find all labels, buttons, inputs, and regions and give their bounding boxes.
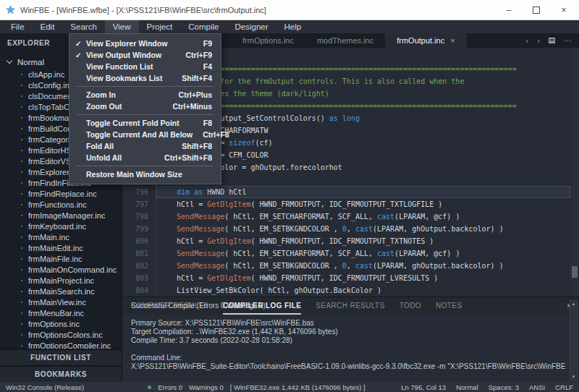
code-line-802[interactable]: 802 SendMessage( hCtl, EM_SETBKGNDCOLOR … [122,260,570,272]
file-item-frmimagemanager-inc[interactable]: frmImageManager.inc [0,210,122,221]
status-encoding[interactable]: ANSI [529,383,545,391]
sidebar-panel-bars: FUNCTION LIST BOOKMARKS [0,349,122,382]
menu-designer[interactable]: Designer [227,20,276,33]
menu-view[interactable]: View [105,20,139,33]
menu-item-shortcut: Ctrl+Shift+F8 [164,153,212,162]
code-line-803[interactable]: 803 hCtl = GetDlgItem( HWND_FRMOUTPUT, I… [122,272,570,284]
menu-item-shortcut: F8 [203,119,212,127]
status-spaces[interactable]: Spaces: 3 [489,383,519,391]
menu-item-label: View Function List [86,62,193,71]
menu-edit[interactable]: Edit [33,20,63,33]
tab-scroll-left-icon[interactable]: ‹ [526,36,529,45]
menu-item-view-bookmarks-list[interactable]: View Bookmarks ListShift+F4 [69,72,221,84]
code-line-799[interactable]: 799 SendMessage( hCtl, EM_SETBKGNDCOLOR … [122,223,570,235]
menu-compile[interactable]: Compile [180,20,227,33]
maximize-button[interactable] [531,5,541,15]
log-line: Successful Compile (Errors 0 Warnings 0) [131,302,566,310]
checkmark-icon: ✓ [75,51,86,59]
code-text: SendMessage( hCtl, EM_SETCHARFORMAT, SCF… [156,210,570,223]
code-line-797[interactable]: 797 hCtl = GetDlgItem( HWND_FRMOUTPUT, I… [122,198,570,210]
file-item-frmmain-inc[interactable]: frmMain.inc [0,231,122,242]
status-line-ending[interactable]: CRLF [555,383,573,391]
file-item-frmmainsearch-inc[interactable]: frmMainSearch.inc [0,286,122,297]
menu-item-zoom-out[interactable]: Zoom OutCtrl+Minus [69,101,221,112]
file-bullet-icon [21,291,22,292]
file-item-frmmainproject-inc[interactable]: frmMainProject.inc [0,275,122,286]
status-compile-info: Errors 0 Warnings 0 [ WinFBE32.exe 1,442… [148,383,365,391]
log-line: Command Line: [131,354,566,362]
editor-scrollbar-thumb[interactable] [572,266,578,278]
file-bullet-icon [21,323,22,325]
file-name: frmMainProject.inc [28,276,94,285]
tab-frmoutput-inc[interactable]: frmOutput.inc× [385,33,466,48]
file-name: frmMenuBar.inc [28,309,84,318]
menu-item-shortcut: Ctrl+Minus [172,102,212,111]
tab-frmoptions-inc[interactable]: frmOptions.inc [231,33,305,48]
file-item-frmmainview-inc[interactable]: frmMainView.inc [0,297,122,307]
status-right-group: Ln 796, Col 13 Normal Spaces: 3 ANSI CRL… [401,383,573,391]
code-line-801[interactable]: 801 SendMessage( hCtl, EM_SETCHARFORMAT,… [122,247,570,260]
menu-item-view-explorer-window[interactable]: ✓View Explorer WindowF9 [69,38,221,49]
menu-item-view-output-window[interactable]: ✓View Output WindowCtrl+F9 [69,49,221,61]
menu-item-toggle-current-fold-point[interactable]: Toggle Current Fold PointF8 [69,117,221,129]
file-item-frmmenubar-inc[interactable]: frmMenuBar.inc [0,307,122,318]
menu-item-shortcut: F9 [203,39,212,48]
scroll-down-icon[interactable]: ▼ [572,375,576,379]
output-scrollbar[interactable]: ▲ ▼ [570,300,578,380]
menu-item-restore-main-window-size[interactable]: Restore Main Window Size [69,169,221,180]
tab-modthemes-inc[interactable]: modThemes.inc [305,33,385,48]
menu-help[interactable]: Help [276,20,310,33]
menu-project[interactable]: Project [139,20,181,33]
file-item-frmfunctions-inc[interactable]: frmFunctions.inc [0,199,122,210]
code-line-800[interactable]: 800 hCtl = GetDlgItem( HWND_FRMOUTPUT, I… [122,235,570,247]
file-item-frmmainoncommand-inc[interactable]: frmMainOnCommand.inc [0,264,122,275]
status-bar: Win32 Console (Release) Errors 0 Warning… [0,382,579,392]
scroll-up-icon[interactable]: ▲ [572,302,576,306]
code-text: dim as HWND hCtl [156,186,570,198]
window-list-icon[interactable] [549,38,555,43]
file-item-frmkeyboard-inc[interactable]: frmKeyboard.inc [0,221,122,231]
log-line: Primary Source: X:\PSS121\FB\WinFBE\src\… [131,319,566,328]
status-target-info: [ WinFBE32.exe 1,442 KB (1476096 bytes) … [230,383,365,391]
minimize-button[interactable]: – [504,5,514,15]
menu-item-shortcut: Shift+F4 [182,74,212,82]
file-bullet-icon [21,258,22,260]
menu-item-label: Toggle Current Fold Point [86,119,193,127]
view-menu-dropdown: ✓View Explorer WindowF9✓View Output Wind… [69,33,221,184]
code-line-798[interactable]: 798 SendMessage( hCtl, EM_SETCHARFORMAT,… [122,210,570,223]
tab-scroll-right-icon[interactable]: › [537,36,540,45]
status-cursor-position[interactable]: Ln 796, Col 13 [401,383,446,391]
file-item-frmoptionscolors-inc[interactable]: frmOptionsColors.inc [0,329,122,340]
code-line-804[interactable]: 804 ListView_SetBkColor( hCtl, ghOutput.… [122,284,570,297]
file-item-frmmainfile-inc[interactable]: frmMainFile.inc [0,253,122,264]
function-list-bar[interactable]: FUNCTION LIST [0,349,122,365]
code-line-796[interactable]: 796 dim as HWND hCtl [122,186,570,198]
editor-scrollbar[interactable] [570,48,579,297]
status-build-config[interactable]: Win32 Console (Release) [6,383,84,391]
code-text: hCtl = GetDlgItem( HWND_FRMOUTPUT, IDC_F… [156,235,570,247]
menu-separator [77,166,214,166]
menu-search[interactable]: Search [62,20,104,33]
file-item-frmoptions-inc[interactable]: frmOptions.inc [0,318,122,329]
file-name: frmMainFile.inc [28,255,83,263]
bookmarks-bar[interactable]: BOOKMARKS [0,365,122,382]
menu-item-fold-all[interactable]: Fold AllShift+F8 [69,140,221,152]
file-bullet-icon [21,280,22,281]
menu-item-toggle-current-and-all-below[interactable]: Toggle Current And All BelowCtrl+F8 [69,129,221,140]
file-item-frmmainedit-inc[interactable]: frmMainEdit.inc [0,242,122,253]
menu-file[interactable]: File [3,20,33,33]
tab-more-icon[interactable]: ⋯ [564,36,572,46]
menu-item-shortcut: Ctrl+F9 [186,51,212,59]
file-item-frmfindreplace-inc[interactable]: frmFindReplace.inc [0,188,122,199]
menu-item-label: Unfold All [86,153,154,162]
close-button[interactable]: × [559,5,569,15]
code-text: SendMessage( hCtl, EM_SETBKGNDCOLOR , 0,… [156,260,570,272]
menu-item-view-function-list[interactable]: View Function ListF4 [69,61,221,72]
log-line [131,345,566,354]
menu-item-zoom-in[interactable]: Zoom InCtrl+Plus [69,89,221,101]
file-bullet-icon [21,106,22,108]
menu-item-unfold-all[interactable]: Unfold AllCtrl+Shift+F8 [69,152,221,163]
line-number: 803 [122,272,156,284]
status-mode[interactable]: Normal [456,383,478,391]
tab-close-icon[interactable]: × [450,36,455,45]
